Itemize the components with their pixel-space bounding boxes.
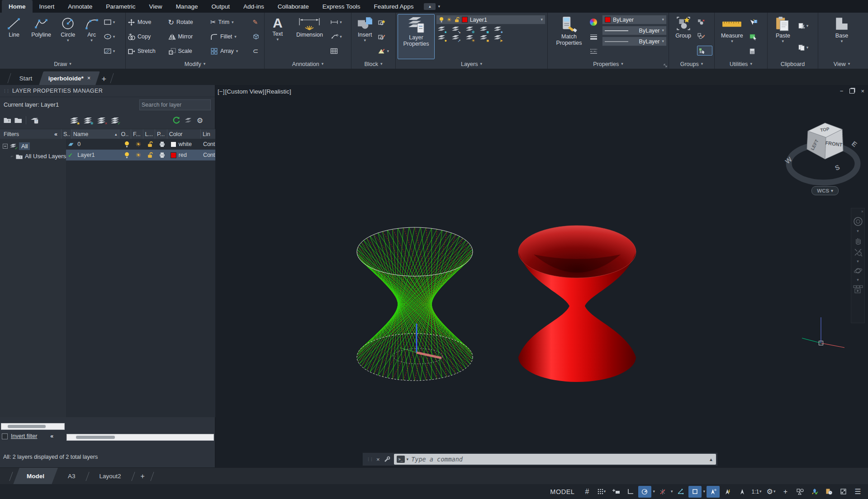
color-cell[interactable]: red — [169, 152, 201, 158]
panel-label-view[interactable]: View▾ — [818, 59, 865, 69]
col-linetype[interactable]: Lin — [201, 129, 215, 139]
file-tab-drawing[interactable]: iperboloide*× — [39, 71, 100, 85]
ortho-mode-button[interactable] — [624, 486, 637, 498]
lock-icon[interactable] — [145, 141, 157, 147]
dialog-launcher-icon[interactable] — [664, 64, 667, 67]
line-button[interactable]: Line — [2, 14, 26, 59]
create-block-button[interactable] — [378, 18, 394, 27]
text-button[interactable]: A Text ▾ — [266, 14, 289, 59]
freeze-sun-icon[interactable]: ☀ — [133, 151, 145, 159]
linetype-cell[interactable]: Continuous — [201, 152, 215, 158]
tab-parametric[interactable]: Parametric — [99, 0, 142, 13]
copy-clip-button[interactable]: ▾ — [798, 43, 816, 52]
trim-button[interactable]: ✂Trim▾ — [210, 17, 251, 28]
navbar-close-icon[interactable]: × — [861, 209, 863, 214]
layer-row-1[interactable]: ✓ Layer1 ☀ red Continuous — [66, 150, 215, 160]
layer-row-0[interactable]: 0 ☀ white Continuous — [66, 139, 215, 150]
panel-label-annotation[interactable]: Annotation▾ — [265, 59, 351, 69]
isolate-objects-button[interactable] — [793, 486, 806, 498]
showmotion-icon[interactable] — [853, 285, 863, 294]
window-close-icon[interactable]: × — [861, 88, 864, 94]
object-snap-button[interactable] — [688, 486, 702, 498]
layer-freeze-button[interactable]: ❄ — [465, 26, 474, 33]
new-property-filter-button[interactable] — [2, 115, 13, 126]
explode-button[interactable] — [252, 31, 262, 42]
command-input-field[interactable]: >_ ▾ ▲ — [394, 454, 716, 465]
linetype-cell[interactable]: Continuous — [201, 141, 215, 147]
snap-mode-button[interactable]: ▾ — [595, 486, 608, 498]
grid-display-button[interactable]: # — [580, 486, 593, 498]
invert-filter-checkbox[interactable] — [2, 433, 8, 439]
mirror-button[interactable]: Mirror — [168, 31, 209, 42]
layer-on-all-button[interactable]: ● — [437, 34, 446, 42]
paste-button[interactable]: Paste ▾ — [769, 14, 797, 59]
filter-tree-all-used[interactable]: ⌐ All Used Layers — [0, 150, 66, 160]
move-button[interactable]: Move — [128, 17, 167, 28]
viewport-minimize-control[interactable]: [−] — [218, 88, 224, 95]
layer-properties-button[interactable]: Layer Properties — [398, 14, 435, 59]
wireframe-hyperboloid[interactable] — [357, 227, 473, 381]
calculator-button[interactable] — [749, 47, 765, 56]
viewport-style-control[interactable]: [Realistic] — [265, 88, 291, 95]
blend-curves-button[interactable]: ⊂ — [252, 46, 262, 56]
stretch-button[interactable]: Stretch — [128, 46, 167, 56]
layer-select-combo[interactable]: ☀ Layer1 ▾ — [436, 15, 545, 24]
cut-clip-button[interactable]: ▾ — [798, 21, 816, 30]
group-button[interactable]: Group — [671, 14, 696, 59]
tab-output[interactable]: Output — [204, 0, 237, 13]
customize-wrench-icon[interactable] — [384, 456, 390, 463]
drawing-canvas[interactable] — [215, 85, 868, 467]
tab-express-tools[interactable]: Express Tools — [316, 0, 367, 13]
color-wheel-icon[interactable] — [590, 18, 601, 27]
new-group-filter-button[interactable] — [13, 115, 24, 126]
annotation-autoscale-button[interactable] — [721, 486, 734, 498]
window-restore-icon[interactable] — [849, 89, 854, 94]
copy-button[interactable]: Copy — [128, 31, 167, 42]
rectangle-tool-button[interactable]: ▾ — [104, 18, 123, 27]
plot-printer-icon[interactable] — [157, 152, 169, 158]
col-plot[interactable]: P... — [155, 129, 167, 139]
filters-scrollbar[interactable] — [1, 423, 65, 430]
col-on[interactable]: O.. — [119, 129, 132, 139]
color-cell[interactable]: white — [169, 141, 201, 147]
layer-walk-button[interactable]: ● — [493, 26, 502, 33]
col-color[interactable]: Color — [167, 129, 201, 139]
panel-label-draw[interactable]: Draw▾ — [0, 59, 125, 69]
settings-gear-button[interactable]: ⚙ — [194, 115, 205, 126]
new-layer-frozen-button[interactable]: ❄ — [82, 115, 93, 126]
customization-menu-button[interactable]: ☰ — [851, 486, 864, 498]
lineweight-list-icon[interactable] — [590, 32, 601, 41]
ellipse-tool-button[interactable]: ▾ — [104, 32, 123, 41]
file-tab-start[interactable]: Start — [10, 71, 42, 85]
annotation-scale-value[interactable]: 1:1▾ — [750, 486, 763, 498]
match-properties-button[interactable]: Match Properties — [550, 14, 588, 59]
leader-button[interactable]: ▾ — [330, 32, 349, 41]
collapse-filters-button[interactable]: « — [54, 131, 57, 137]
command-prompt-icon[interactable]: >_ — [397, 456, 405, 463]
palette-title-bar[interactable]: ⋮⋮ LAYER PROPERTIES MANAGER — [0, 85, 215, 97]
osnap-caret[interactable]: ▾ — [703, 490, 705, 494]
layer-match-button[interactable]: ➤ — [493, 34, 502, 42]
command-expand-icon[interactable]: ▲ — [709, 457, 713, 462]
layer-off-button[interactable]: ● — [437, 26, 446, 33]
model-space-label[interactable]: MODEL — [550, 488, 574, 495]
set-current-layer-button[interactable]: ✓ — [109, 115, 120, 126]
isodraft-caret[interactable]: ▾ — [671, 490, 673, 494]
annotation-visibility-button[interactable] — [707, 486, 720, 498]
arc-button[interactable]: Arc ▾ — [81, 14, 102, 59]
polyline-button[interactable]: Polyline — [28, 14, 55, 59]
isometric-drafting-button[interactable] — [656, 486, 669, 498]
wcs-menu[interactable]: WCS▾ — [811, 186, 839, 195]
recent-commands-caret[interactable]: ▾ — [407, 457, 409, 461]
base-view-button[interactable]: Base ▾ — [828, 14, 856, 59]
tab-view[interactable]: View — [142, 0, 169, 13]
tab-annotate[interactable]: Annotate — [61, 0, 99, 13]
model-viewport[interactable]: [−] [Custom View] [Realistic] − × W S E … — [215, 85, 868, 467]
col-freeze[interactable]: F... — [131, 129, 143, 139]
measure-button[interactable]: Measure ▾ — [716, 14, 748, 59]
rotate-button[interactable]: ↻Rotate — [168, 17, 209, 28]
close-tab-icon[interactable]: × — [87, 75, 90, 81]
layer-search-box[interactable] — [139, 99, 211, 110]
fade-control-icon[interactable] — [183, 115, 194, 126]
customization-plus-button[interactable]: + — [779, 486, 792, 498]
